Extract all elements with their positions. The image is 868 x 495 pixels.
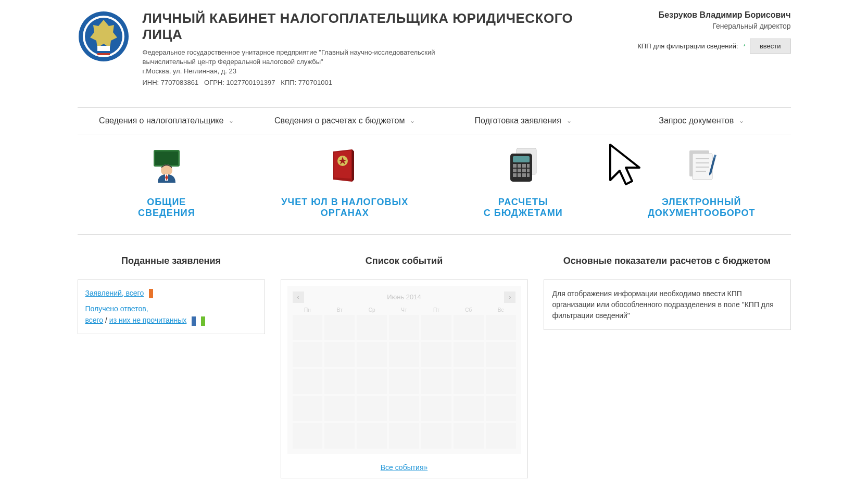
svg-rect-3 <box>97 46 110 51</box>
svg-rect-13 <box>513 156 530 162</box>
nav-document-request[interactable]: Запрос документов⌄ <box>612 108 791 134</box>
status-chip-green-icon <box>201 316 205 326</box>
nav-budget-calc[interactable]: Сведения о расчетах с бюджетом⌄ <box>256 108 434 134</box>
svg-rect-5 <box>97 53 110 55</box>
svg-rect-4 <box>97 51 110 53</box>
answers-unread-link[interactable]: из них не прочитанных <box>109 316 187 324</box>
applications-total-link[interactable]: Заявлений, всего <box>85 289 144 297</box>
answers-total-link[interactable]: всего <box>85 316 104 324</box>
svg-rect-16 <box>522 164 526 168</box>
events-panel: ‹ Июнь 2014 › ПнВтСрЧтПтСбВс <box>281 280 528 478</box>
nav-application-prep[interactable]: Подготовка заявления⌄ <box>434 108 613 134</box>
calendar-grid[interactable] <box>293 315 516 449</box>
chevron-down-icon: ⌄ <box>229 117 234 124</box>
events-panel-title: Список событий <box>281 256 528 266</box>
chevron-down-icon: ⌄ <box>567 117 572 124</box>
svg-rect-24 <box>522 173 526 177</box>
kpp-enter-button[interactable]: ввести <box>750 39 791 54</box>
kpp-filter-label: КПП для фильтрации сведений: <box>637 42 738 50</box>
tile-label: ЭЛЕКТРОННЫЙ ДОКУМЕНТООБОРОТ <box>612 197 791 219</box>
emblem-logo <box>78 10 130 62</box>
org-identifiers: ИНН: 7707083861 ОГРН: 1027700191397 КПП:… <box>143 79 617 86</box>
indicators-note: Для отображения информации необходимо вв… <box>544 280 791 330</box>
org-description: Федеральное государственное унитарное пр… <box>143 48 617 77</box>
svg-rect-20 <box>522 169 526 172</box>
page-title: ЛИЧНЫЙ КАБИНЕТ НАЛОГОПЛАТЕЛЬЩИКА ЮРИДИЧЕ… <box>143 10 617 43</box>
person-board-icon <box>78 145 256 186</box>
all-events-link[interactable]: Все события» <box>381 463 428 472</box>
applications-panel-title: Поданные заявления <box>78 256 265 266</box>
page-header: ЛИЧНЫЙ КАБИНЕТ НАЛОГОПЛАТЕЛЬЩИКА ЮРИДИЧЕ… <box>78 10 791 86</box>
applications-panel: Заявлений, всего Получено ответов, всего… <box>78 280 265 334</box>
svg-rect-15 <box>518 164 521 168</box>
indicators-panel-title: Основные показатели расчетов с бюджетом <box>544 256 791 266</box>
svg-rect-22 <box>513 173 517 177</box>
tile-edoc[interactable]: ЭЛЕКТРОННЫЙ ДОКУМЕНТООБОРОТ <box>612 145 791 219</box>
tile-general-info[interactable]: ОБЩИЕ СВЕДЕНИЯ <box>78 145 256 219</box>
documents-pen-icon <box>612 145 791 186</box>
nav-taxpayer-info[interactable]: Сведения о налогоплательщике⌄ <box>78 108 256 134</box>
tile-registration[interactable]: УЧЕТ ЮЛ В НАЛОГОВЫХ ОРГАНАХ <box>256 145 434 219</box>
svg-rect-17 <box>527 164 530 168</box>
status-chip-orange-icon <box>149 289 153 298</box>
answers-received-label: Получено ответов, <box>85 304 148 313</box>
user-name: Безруков Владимир Борисович <box>630 10 791 20</box>
tile-budget-calc[interactable]: РАСЧЕТЫ С БЮДЖЕТАМИ <box>434 145 613 219</box>
calendar-dow-row: ПнВтСрЧтПтСбВс <box>293 307 516 313</box>
svg-rect-19 <box>518 169 521 172</box>
svg-rect-25 <box>527 173 530 177</box>
calculator-icon <box>434 145 613 186</box>
chevron-down-icon: ⌄ <box>410 117 415 124</box>
svg-rect-21 <box>527 169 530 172</box>
tile-label: УЧЕТ ЮЛ В НАЛОГОВЫХ ОРГАНАХ <box>256 197 434 219</box>
calendar-prev-button[interactable]: ‹ <box>293 291 304 303</box>
svg-rect-23 <box>518 173 521 177</box>
calendar-month-label: Июнь 2014 <box>387 293 421 301</box>
main-nav: Сведения о налогоплательщике⌄ Сведения о… <box>78 107 791 134</box>
chevron-down-icon: ⌄ <box>739 117 744 124</box>
svg-rect-7 <box>155 151 178 165</box>
user-role: Генеральный директор <box>630 22 791 30</box>
tile-label: ОБЩИЕ СВЕДЕНИЯ <box>78 197 256 219</box>
tile-row: ОБЩИЕ СВЕДЕНИЯ УЧЕТ ЮЛ В НАЛОГОВЫХ ОРГАН… <box>78 134 791 235</box>
required-star-icon: * <box>744 43 746 49</box>
svg-rect-14 <box>513 164 517 168</box>
status-chip-blue-icon <box>192 316 196 326</box>
tile-label: РАСЧЕТЫ С БЮДЖЕТАМИ <box>434 197 613 219</box>
book-emblem-icon <box>256 145 434 186</box>
svg-rect-18 <box>513 169 517 172</box>
calendar-next-button[interactable]: › <box>504 291 515 303</box>
